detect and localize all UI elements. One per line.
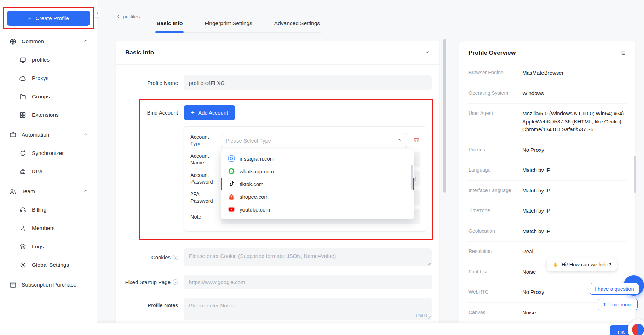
card-title: Basic Info <box>125 49 154 56</box>
chat-tell-me-more-button[interactable]: Tell me more <box>598 299 638 310</box>
shopee-icon <box>228 193 235 200</box>
tab-advanced-settings[interactable]: Advanced Settings <box>273 20 321 32</box>
sidebar-collapse-button[interactable] <box>94 8 100 18</box>
sidebar: + Create Profile Common profiles Proxys … <box>0 0 97 335</box>
section-label: Automation <box>22 132 49 138</box>
option-whatsapp[interactable]: whatsapp.com <box>221 165 414 178</box>
sidebar-item-logs[interactable]: Logs <box>0 237 97 256</box>
add-account-button[interactable]: + Add Account <box>184 105 235 120</box>
cookies-label-text: Cookies <box>151 254 171 260</box>
overview-row-label: Interface Language <box>468 187 522 195</box>
dropdown-scrollbar[interactable] <box>411 165 413 190</box>
sidebar-item-billing[interactable]: Billing <box>0 201 97 219</box>
chevron-down-icon[interactable] <box>425 50 430 56</box>
option-tiktok[interactable]: tiktok.com <box>221 178 414 190</box>
sidebar-item-label: profiles <box>32 57 50 63</box>
section-label: Team <box>22 188 35 195</box>
filter-icon[interactable] <box>619 50 626 57</box>
sidebar-item-label: Groups <box>32 93 50 100</box>
tab-basic-info[interactable]: Basic Info <box>155 20 184 32</box>
sidebar-section-automation[interactable]: Automation <box>0 126 97 144</box>
overview-row-label: Language <box>468 166 522 174</box>
overview-row-value: Mozilla/5.0 (Windows NT 10.0; Win64; x64… <box>522 110 626 134</box>
overview-row-value: Match by IP <box>522 207 626 215</box>
account-type-label: Account Type <box>190 134 221 147</box>
sidebar-item-synchronizer[interactable]: Synchronizer <box>0 144 97 162</box>
create-profile-button[interactable]: + Create Profile <box>7 11 90 26</box>
profile-notes-input[interactable] <box>184 298 432 314</box>
account-sub-card: Account Type Please Select Type <box>184 126 427 232</box>
sync-icon <box>19 150 27 157</box>
overview-row-value: MasMateBrowser <box>522 69 626 77</box>
overview-row: User AgentMozilla/5.0 (Windows NT 10.0; … <box>468 104 627 140</box>
info-icon: ? <box>173 255 178 260</box>
option-label: whatsapp.com <box>240 168 274 174</box>
overview-row-label: Resolution <box>468 248 522 256</box>
back-to-profiles[interactable]: profiles <box>116 13 140 19</box>
delete-account-button[interactable] <box>413 137 420 144</box>
resize-handle[interactable] <box>427 261 431 265</box>
sidebar-item-groups[interactable]: Groups <box>0 87 97 106</box>
chat-question-button[interactable]: I have a question <box>590 283 639 295</box>
profile-name-input[interactable] <box>184 75 432 90</box>
option-youtube[interactable]: youtube.com <box>221 203 414 216</box>
monitor-icon <box>19 56 27 64</box>
sidebar-item-profiles[interactable]: profiles <box>0 51 97 69</box>
whatsapp-icon <box>228 168 235 175</box>
note-label: Note <box>190 214 221 220</box>
overview-row-label: Browser Engine <box>468 69 522 77</box>
overview-row-value: Match by IP <box>522 166 626 174</box>
tfa-password-label: 2FA Password <box>190 191 221 204</box>
chevron-up-icon <box>397 137 402 144</box>
account-password-label: Account Password <box>190 172 221 185</box>
form-row-startup-page: Fixed Startup Page ? <box>123 275 432 289</box>
sidebar-section-common[interactable]: Common <box>0 32 97 51</box>
profile-notes-wrap: 0/500 <box>184 298 432 320</box>
sidebar-item-rpa[interactable]: RPA <box>0 162 97 181</box>
overview-row-label: Proxies <box>468 146 522 154</box>
basic-info-card-header: Basic Info <box>116 41 439 65</box>
add-account-label: Add Account <box>198 110 228 116</box>
main-scrollbar[interactable] <box>443 39 446 193</box>
sidebar-item-label: Subscription Purchase <box>22 282 76 288</box>
section-label: Common <box>22 38 44 45</box>
chevron-up-icon <box>83 188 88 195</box>
profile-notes-label: Profile Notes <box>123 298 184 308</box>
sidebar-item-extensions[interactable]: Extensions <box>0 106 97 124</box>
option-instagram[interactable]: instagram.com <box>221 152 414 165</box>
person-icon <box>19 225 27 232</box>
sidebar-item-global-settings[interactable]: Global Settings <box>0 256 97 274</box>
sidebar-item-proxys[interactable]: Proxys <box>0 69 97 87</box>
chevron-up-icon <box>83 132 88 138</box>
tiktok-icon <box>228 180 235 187</box>
brand-logo-icon <box>632 324 644 335</box>
cookies-input[interactable] <box>184 248 432 266</box>
gear-icon <box>19 261 27 269</box>
cookies-field-wrap <box>184 248 432 266</box>
team-icon <box>9 188 17 195</box>
overview-header: Profile Overview <box>468 41 627 63</box>
info-icon: ? <box>173 279 178 285</box>
main-content: profiles Basic Info Fingerprint Settings… <box>97 0 644 335</box>
overview-row-label: Timezone <box>468 207 522 215</box>
sidebar-item-label: RPA <box>32 168 43 175</box>
trash-icon <box>413 137 420 144</box>
resize-handle[interactable] <box>427 316 431 319</box>
chevron-left-icon <box>116 14 120 19</box>
option-shopee[interactable]: shopee.com <box>221 190 414 203</box>
tab-fingerprint-settings[interactable]: Fingerprint Settings <box>203 20 253 32</box>
startup-page-input[interactable] <box>184 275 432 289</box>
overview-row-label: Operating System <box>468 89 522 98</box>
package-icon <box>9 281 17 289</box>
cookies-label: Cookies ? <box>123 254 184 260</box>
overview-scrollbar[interactable] <box>634 156 636 193</box>
sidebar-item-subscription-purchase[interactable]: Subscription Purchase <box>0 276 97 294</box>
sidebar-item-label: Members <box>32 225 55 231</box>
sidebar-section-team[interactable]: Team <box>0 182 97 201</box>
overview-row: GeolocationMatch by IP <box>468 221 627 242</box>
overview-row-label: Geolocation <box>468 227 522 236</box>
account-type-select[interactable]: Please Select Type <box>221 133 407 148</box>
sidebar-item-members[interactable]: Members <box>0 219 97 237</box>
overview-row: ProxiesNo Proxy <box>468 140 627 161</box>
sidebar-item-label: Synchronizer <box>32 150 64 156</box>
